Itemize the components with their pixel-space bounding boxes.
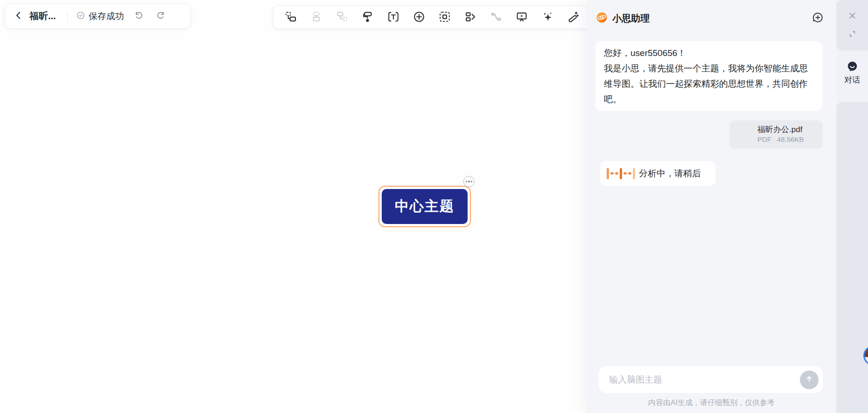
new-chat-button[interactable] bbox=[812, 11, 824, 25]
document-title: 福昕... bbox=[29, 10, 56, 22]
close-icon bbox=[847, 11, 857, 22]
welcome-greeting: 您好，user550656！ bbox=[604, 45, 814, 61]
orange-bars-loading-icon bbox=[607, 168, 635, 179]
attachment-chip[interactable]: 福昕办公.pdf PDF 48.56KB bbox=[729, 120, 823, 148]
check-circle-icon bbox=[76, 11, 85, 22]
user-avatar[interactable] bbox=[863, 346, 868, 365]
topic-input[interactable] bbox=[609, 375, 800, 385]
paint-roller-icon bbox=[361, 10, 374, 25]
assistant-logo-icon bbox=[596, 12, 608, 25]
rail-bottom bbox=[836, 102, 868, 413]
magic-wand-icon bbox=[567, 10, 580, 25]
close-panel-button[interactable] bbox=[847, 11, 857, 22]
expand-corners-icon bbox=[847, 29, 857, 40]
undo-button[interactable] bbox=[133, 10, 144, 22]
format-painter-button[interactable] bbox=[360, 9, 376, 25]
chat-input-container bbox=[599, 366, 823, 393]
relationship-line-button[interactable] bbox=[488, 9, 504, 25]
side-rail: 对话 bbox=[836, 0, 868, 413]
expand-panel-button[interactable] bbox=[847, 29, 857, 40]
node-menu-button[interactable] bbox=[463, 176, 475, 187]
attachment-filename: 福昕办公.pdf bbox=[757, 125, 823, 135]
text-bracket-icon bbox=[387, 10, 400, 25]
chevron-left-icon bbox=[14, 10, 24, 22]
add-subtopic-button[interactable] bbox=[334, 9, 350, 25]
presentation-button[interactable] bbox=[514, 9, 530, 25]
ai-generate-button[interactable] bbox=[539, 9, 555, 25]
subtopic-node-icon bbox=[336, 10, 349, 25]
assistant-panel: 小思助理 您好，user550656！ 我是小思，请先提供一个主题，我将为你智能… bbox=[587, 0, 836, 413]
outline-structure-button[interactable] bbox=[462, 9, 478, 25]
insert-button[interactable] bbox=[411, 9, 427, 25]
back-button[interactable] bbox=[14, 10, 24, 22]
document-toolbar: 福昕... 保存成功 bbox=[5, 4, 190, 28]
tab-conversation-label: 对话 bbox=[844, 75, 860, 85]
redo-icon bbox=[156, 10, 166, 22]
save-status: 保存成功 bbox=[76, 10, 124, 22]
rail-top-controls bbox=[836, 0, 868, 50]
magic-beautify-button[interactable] bbox=[565, 9, 581, 25]
divider bbox=[67, 11, 68, 22]
child-node-icon bbox=[310, 10, 323, 25]
presentation-board-icon bbox=[515, 10, 528, 25]
select-group-button[interactable] bbox=[437, 9, 453, 25]
plus-circle-icon bbox=[413, 10, 426, 25]
redo-button[interactable] bbox=[156, 10, 166, 22]
send-button[interactable] bbox=[800, 371, 819, 389]
attachment-size: 48.56KB bbox=[777, 135, 804, 144]
tab-conversation[interactable]: 对话 bbox=[836, 50, 868, 102]
assistant-title: 小思助理 bbox=[612, 12, 812, 25]
center-topic-node[interactable]: 中心主题 bbox=[382, 189, 468, 224]
sparkles-icon bbox=[541, 10, 554, 25]
add-sibling-topic-button[interactable] bbox=[283, 9, 299, 25]
chat-bubble-smile-icon bbox=[846, 60, 859, 73]
node-selection-border: 中心主题 bbox=[378, 186, 471, 227]
curve-link-icon bbox=[490, 10, 503, 25]
undo-icon bbox=[133, 10, 144, 22]
sibling-node-icon bbox=[284, 10, 297, 25]
dashed-select-icon bbox=[438, 10, 451, 25]
save-status-label: 保存成功 bbox=[89, 10, 124, 22]
assistant-panel-header: 小思助理 bbox=[596, 12, 824, 24]
new-chat-bubble-plus-icon bbox=[812, 11, 824, 25]
analyzing-label: 分析中，请稍后 bbox=[639, 168, 701, 180]
ellipsis-icon bbox=[466, 181, 467, 182]
structure-arrow-icon bbox=[464, 10, 477, 25]
attachment-type: PDF bbox=[757, 135, 771, 144]
arrow-up-icon bbox=[804, 374, 814, 385]
welcome-body: 我是小思，请先提供一个主题，我将为你智能生成思维导图。让我们一起探索精彩的思想世… bbox=[604, 61, 814, 107]
text-tool-button[interactable] bbox=[385, 9, 401, 25]
analyzing-message: 分析中，请稍后 bbox=[600, 161, 715, 186]
assistant-welcome-message: 您好，user550656！ 我是小思，请先提供一个主题，我将为你智能生成思维导… bbox=[595, 41, 823, 111]
add-child-topic-button[interactable] bbox=[308, 9, 324, 25]
editing-toolbar bbox=[273, 6, 600, 29]
ai-disclaimer: 内容由AI生成，请仔细甄别，仅供参考 bbox=[587, 398, 836, 408]
